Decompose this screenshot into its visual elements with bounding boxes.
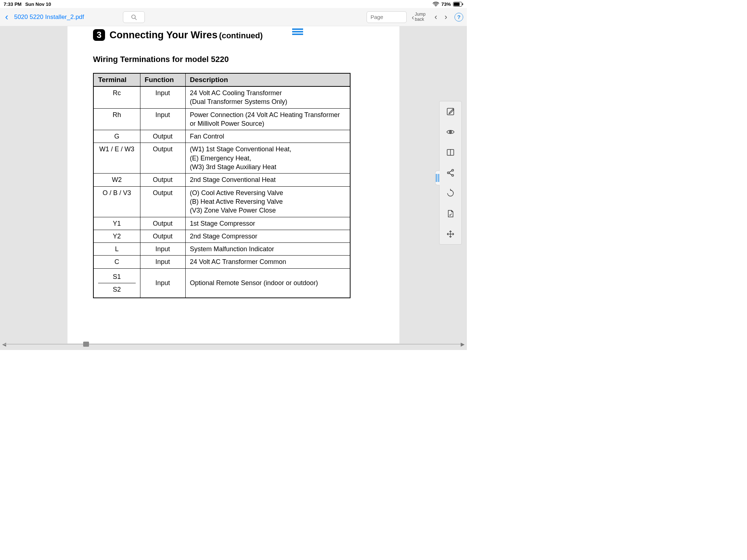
cell-terminal: C <box>93 256 140 268</box>
table-row: Y2Output2nd Stage Compressor <box>93 230 350 242</box>
cell-terminal: Rc <box>93 86 140 108</box>
table-row: W1 / E / W3Output(W1) 1st Stage Conventi… <box>93 143 350 174</box>
scroll-right-icon[interactable]: ▶ <box>461 341 465 347</box>
table-row: Y1Output1st Stage Compressor <box>93 217 350 230</box>
document-title[interactable]: 5020 5220 Installer_2.pdf <box>14 13 84 21</box>
battery-percent: 73% <box>441 1 451 7</box>
col-description: Description <box>185 73 350 86</box>
jump-back-label: Jump back <box>415 12 427 22</box>
cell-description: 1st Stage Compressor <box>185 217 350 230</box>
cell-terminal: L <box>93 243 140 256</box>
horizontal-scrollbar[interactable]: ◀ ▶ <box>4 343 463 346</box>
book-icon[interactable] <box>445 147 456 158</box>
back-button[interactable]: ‹ <box>4 11 10 23</box>
cell-function: Output <box>140 186 185 217</box>
table-row: RhInputPower Connection (24 Volt AC Heat… <box>93 108 350 130</box>
col-function: Function <box>140 73 185 86</box>
cell-function: Output <box>140 130 185 143</box>
table-row: RcInput24 Volt AC Cooling Transformer (D… <box>93 86 350 108</box>
cell-function: Input <box>140 108 185 130</box>
cell-description: System Malfunction Indicator <box>185 243 350 256</box>
table-row: S1S2InputOptional Remote Sensor (indoor … <box>93 268 350 298</box>
cell-function: Input <box>140 243 185 256</box>
col-terminal: Terminal <box>93 73 140 86</box>
cell-terminal: O / B / V3 <box>93 186 140 217</box>
cell-terminal: Y1 <box>93 217 140 230</box>
pdf-page: 3 Connecting Your Wires (continued) Wiri… <box>67 26 399 343</box>
next-page-button[interactable]: › <box>442 12 449 22</box>
svg-rect-3 <box>462 3 463 5</box>
rotate-icon[interactable] <box>445 188 456 198</box>
cell-function: Input <box>140 86 185 108</box>
cell-terminal: Y2 <box>93 230 140 242</box>
status-time: 7:33 PM <box>4 1 22 7</box>
move-icon[interactable] <box>445 229 456 239</box>
cell-description: Fan Control <box>185 130 350 143</box>
battery-icon <box>453 2 463 7</box>
svg-point-13 <box>452 175 454 176</box>
edit-icon[interactable] <box>445 106 456 117</box>
cell-description: 2nd Stage Compressor <box>185 230 350 242</box>
side-tool-panel <box>439 101 462 245</box>
svg-line-15 <box>449 173 452 175</box>
help-button[interactable]: ? <box>454 13 463 22</box>
cell-terminal: W1 / E / W3 <box>93 143 140 174</box>
status-bar: 7:33 PM Sun Nov 10 73% <box>0 0 467 8</box>
hamburger-icon[interactable] <box>292 28 303 35</box>
table-row: CInput24 Volt AC Transformer Common <box>93 256 350 268</box>
search-button[interactable] <box>123 11 145 23</box>
cell-function: Input <box>140 256 185 268</box>
wiring-table: Terminal Function Description RcInput24 … <box>93 73 351 298</box>
cell-terminal: S1S2 <box>93 268 140 298</box>
section-continued: (continued) <box>219 31 263 40</box>
table-row: LInputSystem Malfunction Indicator <box>93 243 350 256</box>
svg-point-8 <box>450 132 451 132</box>
cell-terminal: Rh <box>93 108 140 130</box>
wifi-icon <box>433 2 439 7</box>
cell-terminal: W2 <box>93 174 140 186</box>
cell-description: 24 Volt AC Transformer Common <box>185 256 350 268</box>
workspace: 3 Connecting Your Wires (continued) Wiri… <box>0 26 467 350</box>
cell-terminal: G <box>93 130 140 143</box>
page-check-icon[interactable] <box>445 209 456 219</box>
section-number-badge: 3 <box>93 29 105 41</box>
section-title: Connecting Your Wires <box>109 30 217 40</box>
cell-description: (W1) 1st Stage Conventional Heat, (E) Em… <box>185 143 350 174</box>
svg-point-0 <box>436 5 437 6</box>
app-toolbar: ‹ 5020 5220 Installer_2.pdf ‹ Jump back … <box>0 8 467 26</box>
svg-point-12 <box>452 170 454 171</box>
cell-description: Optional Remote Sensor (indoor or outdoo… <box>185 268 350 298</box>
section-heading: 3 Connecting Your Wires (continued) <box>93 29 374 41</box>
cell-function: Input <box>140 268 185 298</box>
table-row: O / B / V3Output(O) Cool Active Reversin… <box>93 186 350 217</box>
svg-line-5 <box>135 18 136 20</box>
cell-description: 24 Volt AC Cooling Transformer (Dual Tra… <box>185 86 350 108</box>
svg-line-14 <box>449 171 452 172</box>
subtitle: Wiring Terminations for model 5220 <box>93 55 374 64</box>
share-icon[interactable] <box>445 168 456 178</box>
chevron-left-icon: ‹ <box>412 13 414 21</box>
cell-function: Output <box>140 174 185 186</box>
svg-rect-2 <box>454 3 460 6</box>
eye-icon[interactable] <box>445 127 456 137</box>
svg-point-11 <box>448 172 449 174</box>
cell-function: Output <box>140 143 185 174</box>
cell-description: 2nd Stage Conventional Heat <box>185 174 350 186</box>
table-row: GOutputFan Control <box>93 130 350 143</box>
status-date: Sun Nov 10 <box>25 1 51 7</box>
cell-description: (O) Cool Active Reversing Valve (B) Heat… <box>185 186 350 217</box>
cell-description: Power Connection (24 Volt AC Heating Tra… <box>185 108 350 130</box>
panel-drag-handle[interactable] <box>435 171 440 185</box>
jump-back-button[interactable]: ‹ Jump back <box>410 12 430 22</box>
table-row: W2Output2nd Stage Conventional Heat <box>93 174 350 186</box>
scroll-thumb[interactable] <box>83 342 89 347</box>
page-number-input[interactable] <box>367 11 407 23</box>
prev-page-button[interactable]: ‹ <box>432 12 439 22</box>
scroll-track[interactable] <box>4 344 463 345</box>
cell-function: Output <box>140 230 185 242</box>
cell-function: Output <box>140 217 185 230</box>
